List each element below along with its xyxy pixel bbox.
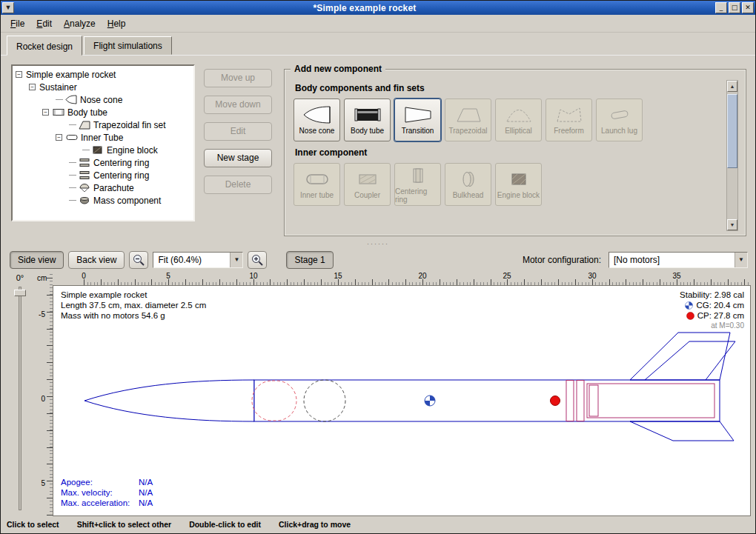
- tree-label: Body tube: [67, 107, 107, 118]
- collapse-icon[interactable]: −: [16, 71, 22, 78]
- menu-file[interactable]: File: [5, 16, 30, 31]
- new-stage-button[interactable]: New stage: [204, 149, 272, 167]
- tree-node-sustainer[interactable]: − Sustainer: [14, 81, 192, 93]
- body-component-buttons: Nose cone Body tube Transition Trapezoid…: [294, 99, 720, 141]
- tree-node-body-tube[interactable]: − Body tube: [14, 106, 192, 119]
- add-bulkhead-button[interactable]: Bulkhead: [445, 163, 491, 206]
- rocket-canvas[interactable]: Simple example rocket Length 37.5 cm, ma…: [53, 285, 751, 516]
- add-launch-lug-button[interactable]: Launch lug: [596, 99, 643, 141]
- add-nose-cone-button[interactable]: Nose cone: [294, 99, 340, 141]
- chevron-down-icon[interactable]: ▼: [230, 253, 242, 267]
- fin-far-shape[interactable]: [645, 341, 735, 380]
- ruler-tick-label: 5: [41, 479, 45, 487]
- close-button[interactable]: ✕: [742, 2, 754, 13]
- move-down-button[interactable]: Move down: [204, 96, 272, 114]
- bulkhead-icon: [454, 170, 483, 189]
- menu-analyze[interactable]: Analyze: [59, 16, 101, 31]
- tree-node-mass-component[interactable]: Mass component: [14, 194, 192, 207]
- rocket-name: Simple example rocket: [61, 290, 206, 300]
- tree-node-nose-cone[interactable]: Nose cone: [14, 93, 192, 106]
- component-scrollbar[interactable]: ▲ ▼: [726, 80, 738, 231]
- tree-label: Sustainer: [39, 82, 77, 93]
- centering-ring-icon: [79, 170, 90, 180]
- minimize-button[interactable]: _: [715, 2, 727, 13]
- ruler-tick-label: 35: [672, 272, 680, 280]
- group-title: Add new component: [291, 64, 385, 74]
- chevron-down-icon[interactable]: ▼: [735, 253, 747, 267]
- motor-configuration-value: [No motors]: [609, 255, 735, 265]
- rotation-slider[interactable]: [13, 287, 27, 510]
- engine-block-icon: [504, 170, 534, 189]
- slider-handle[interactable]: [14, 290, 26, 296]
- back-view-button[interactable]: Back view: [68, 251, 125, 269]
- split-pane-divider[interactable]: ······: [1, 241, 755, 247]
- collapse-icon[interactable]: −: [29, 84, 36, 90]
- stability-info: Stability: 2.98 cal CG: 20.4 cm CP: 27.8…: [680, 290, 744, 331]
- cp-icon: [686, 312, 694, 320]
- fin-bottom-shape[interactable]: [630, 421, 734, 441]
- collapse-icon[interactable]: −: [56, 134, 62, 141]
- tree-node-centering-ring-2[interactable]: Centering ring: [14, 169, 192, 181]
- tab-flight-simulations[interactable]: Flight simulations: [84, 36, 172, 55]
- rotation-control: 0°: [5, 272, 35, 516]
- tab-rocket-design[interactable]: Rocket design: [7, 36, 82, 56]
- delete-button[interactable]: Delete: [204, 176, 272, 194]
- motor-configuration-select[interactable]: [No motors] ▼: [609, 252, 748, 268]
- side-view-button[interactable]: Side view: [10, 251, 64, 269]
- add-inner-tube-button[interactable]: Inner tube: [294, 163, 340, 206]
- nose-cone-icon: [302, 105, 332, 124]
- maximize-button[interactable]: □: [729, 2, 740, 13]
- add-centering-ring-button[interactable]: Centering ring: [394, 163, 441, 206]
- component-label: Transition: [402, 127, 434, 135]
- horizontal-ruler: 0 5 10 15 20 25 30 35: [53, 272, 751, 285]
- max-acceleration-value: N/A: [139, 498, 153, 508]
- scroll-down-icon[interactable]: ▼: [727, 219, 737, 230]
- body-tube-icon: [353, 105, 382, 124]
- stage-1-toggle[interactable]: Stage 1: [286, 251, 333, 269]
- zoom-select[interactable]: Fit (60.4%) ▼: [153, 252, 243, 268]
- tree-label: Parachute: [93, 183, 134, 193]
- scroll-up-icon[interactable]: ▲: [727, 81, 737, 92]
- cg-marker: [425, 396, 435, 406]
- tree-node-centering-ring-1[interactable]: Centering ring: [14, 156, 192, 169]
- inner-tube-icon: [66, 133, 78, 142]
- collapse-icon[interactable]: −: [42, 109, 49, 116]
- move-up-button[interactable]: Move up: [204, 69, 272, 87]
- nose-cone-shape[interactable]: [84, 380, 254, 421]
- ruler-tick-label: 10: [249, 272, 257, 280]
- tree-node-engine-block[interactable]: Engine block: [14, 144, 192, 156]
- tree-node-parachute[interactable]: Parachute: [14, 181, 192, 194]
- application-window: ▼ *Simple example rocket _ □ ✕ File Edit…: [0, 0, 756, 534]
- component-tree[interactable]: − Simple example rocket − Sustainer Nose…: [11, 64, 195, 221]
- add-transition-button[interactable]: Transition: [394, 99, 441, 141]
- add-trapezoidal-fin-button[interactable]: Trapezoidal: [445, 99, 491, 141]
- system-menu-icon[interactable]: ▼: [2, 2, 14, 13]
- tree-node-inner-tube[interactable]: − Inner Tube: [14, 131, 192, 144]
- add-body-tube-button[interactable]: Body tube: [344, 99, 391, 141]
- zoom-value: Fit (60.4%): [153, 255, 230, 265]
- tree-node-rocket[interactable]: − Simple example rocket: [14, 68, 192, 81]
- tree-connector: [69, 175, 76, 176]
- tree-label: Engine block: [107, 145, 158, 156]
- parachute-icon: [79, 183, 90, 193]
- zoom-out-button[interactable]: [129, 251, 148, 269]
- menu-bar: File Edit Analyze Help: [1, 15, 755, 33]
- menu-help[interactable]: Help: [102, 16, 131, 31]
- menu-edit[interactable]: Edit: [31, 16, 57, 31]
- add-engine-block-button[interactable]: Engine block: [495, 163, 542, 206]
- scrollbar-thumb[interactable]: [727, 94, 737, 168]
- edit-button[interactable]: Edit: [204, 122, 272, 141]
- engine-block-icon: [92, 145, 104, 155]
- mach-annotation: at M=0.30: [680, 321, 744, 331]
- ruler-unit: cm: [37, 274, 47, 282]
- add-coupler-button[interactable]: Coupler: [344, 163, 391, 206]
- add-freeform-fin-button[interactable]: Freeform: [546, 99, 592, 141]
- slider-track[interactable]: [19, 287, 21, 510]
- ruler-tick-label: 5: [166, 272, 170, 280]
- status-bar: Click to select Shift+click to select ot…: [1, 516, 755, 533]
- fin-top-shape[interactable]: [630, 333, 730, 380]
- add-elliptical-fin-button[interactable]: Elliptical: [495, 99, 542, 141]
- tree-node-fin-set[interactable]: Trapezoidal fin set: [14, 119, 192, 131]
- zoom-in-button[interactable]: [248, 251, 267, 269]
- body-tube-shape[interactable]: [254, 380, 720, 421]
